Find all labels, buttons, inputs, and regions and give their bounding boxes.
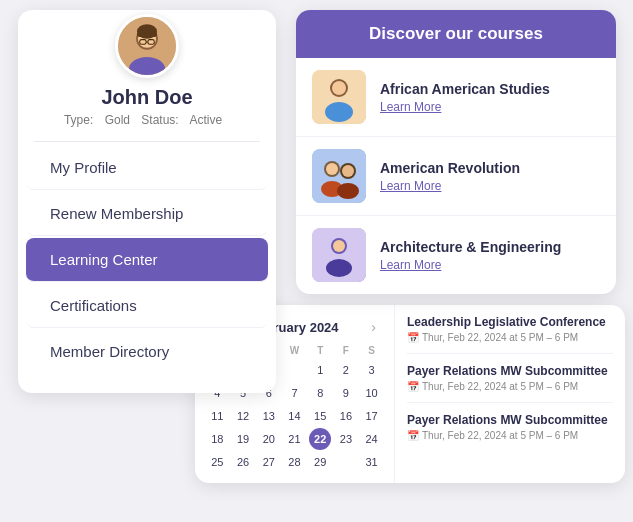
sidebar-item-my-profile[interactable]: My Profile xyxy=(26,146,268,190)
cal-day-name-t2: T xyxy=(308,343,333,358)
course-item-african-american-studies: African American Studies Learn More xyxy=(296,58,616,137)
calendar-next-button[interactable]: › xyxy=(367,319,380,335)
event-item-1: Leadership Legislative Conference 📅 Thur… xyxy=(407,315,613,354)
sidebar-item-member-directory[interactable]: Member Directory xyxy=(26,330,268,373)
cal-day-25[interactable]: 25 xyxy=(206,451,228,473)
cal-day-11[interactable]: 11 xyxy=(206,405,228,427)
courses-header: Discover our courses xyxy=(296,10,616,58)
svg-rect-5 xyxy=(137,32,157,37)
svg-point-23 xyxy=(326,259,352,277)
course-thumb-architecture-engineering xyxy=(312,228,366,282)
cal-day-2[interactable]: 2 xyxy=(335,359,357,381)
courses-card: Discover our courses African American St… xyxy=(296,10,616,294)
cal-day-22[interactable]: 22 xyxy=(309,428,331,450)
svg-point-22 xyxy=(333,240,345,252)
event-time-3: 📅 Thur, Feb 22, 2024 at 5 PM – 6 PM xyxy=(407,430,613,441)
cal-day-12[interactable]: 12 xyxy=(232,405,254,427)
sidebar-item-learning-center[interactable]: Learning Center xyxy=(26,238,268,282)
cal-day-17[interactable]: 17 xyxy=(361,405,383,427)
course-thumb-african-american-studies xyxy=(312,70,366,124)
svg-point-15 xyxy=(326,163,338,175)
cal-day-8[interactable]: 8 xyxy=(309,382,331,404)
cal-day-23[interactable]: 23 xyxy=(335,428,357,450)
event-item-2: Payer Relations MW Subcommittee 📅 Thur, … xyxy=(407,364,613,403)
cal-day-10[interactable]: 10 xyxy=(361,382,383,404)
course-thumb-american-revolution xyxy=(312,149,366,203)
course-item-architecture-engineering: Architecture & Engineering Learn More xyxy=(296,216,616,294)
cal-day-27[interactable]: 27 xyxy=(258,451,280,473)
cal-day-name-w: W xyxy=(282,343,307,358)
cal-day-1[interactable]: 1 xyxy=(309,359,331,381)
course-title-african-american-studies: African American Studies xyxy=(380,81,600,97)
calendar-icon-3: 📅 xyxy=(407,430,419,441)
calendar-icon-2: 📅 xyxy=(407,381,419,392)
user-name: John Doe xyxy=(18,86,276,109)
course-title-architecture-engineering: Architecture & Engineering xyxy=(380,239,600,255)
cal-day-empty-5 xyxy=(335,451,357,473)
events-section: Leadership Legislative Conference 📅 Thur… xyxy=(395,305,625,483)
calendar-icon-1: 📅 xyxy=(407,332,419,343)
cal-day-15[interactable]: 15 xyxy=(309,405,331,427)
event-title-2: Payer Relations MW Subcommittee xyxy=(407,364,613,378)
cal-day-20[interactable]: 20 xyxy=(258,428,280,450)
sidebar-nav: My Profile Renew Membership Learning Cen… xyxy=(18,146,276,373)
course-link-architecture-engineering[interactable]: Learn More xyxy=(380,258,600,272)
sidebar-item-certifications[interactable]: Certifications xyxy=(26,284,268,328)
user-status-label: Status: xyxy=(141,113,178,127)
user-status-value: Active xyxy=(189,113,222,127)
cal-day-name-f: F xyxy=(334,343,359,358)
user-meta: Type: Gold Status: Active xyxy=(18,113,276,127)
cal-day-21[interactable]: 21 xyxy=(283,428,305,450)
cal-day-28[interactable]: 28 xyxy=(283,451,305,473)
cal-day-18[interactable]: 18 xyxy=(206,428,228,450)
event-item-3: Payer Relations MW Subcommittee 📅 Thur, … xyxy=(407,413,613,451)
svg-point-12 xyxy=(325,102,353,122)
event-time-1: 📅 Thur, Feb 22, 2024 at 5 PM – 6 PM xyxy=(407,332,613,343)
course-info-african-american-studies: African American Studies Learn More xyxy=(380,81,600,114)
avatar xyxy=(115,14,179,78)
sidebar-divider xyxy=(34,141,260,142)
cal-day-3[interactable]: 3 xyxy=(361,359,383,381)
svg-point-17 xyxy=(342,165,354,177)
event-time-2: 📅 Thur, Feb 22, 2024 at 5 PM – 6 PM xyxy=(407,381,613,392)
user-type-value: Gold xyxy=(105,113,130,127)
svg-point-19 xyxy=(337,183,359,199)
cal-day-29[interactable]: 29 xyxy=(309,451,331,473)
cal-day-31[interactable]: 31 xyxy=(361,451,383,473)
cal-day-26[interactable]: 26 xyxy=(232,451,254,473)
event-title-3: Payer Relations MW Subcommittee xyxy=(407,413,613,427)
cal-day-19[interactable]: 19 xyxy=(232,428,254,450)
sidebar-item-renew-membership[interactable]: Renew Membership xyxy=(26,192,268,236)
cal-day-7[interactable]: 7 xyxy=(283,382,305,404)
course-link-american-revolution[interactable]: Learn More xyxy=(380,179,600,193)
cal-day-14[interactable]: 14 xyxy=(283,405,305,427)
course-info-architecture-engineering: Architecture & Engineering Learn More xyxy=(380,239,600,272)
cal-day-9[interactable]: 9 xyxy=(335,382,357,404)
cal-day-empty-4 xyxy=(283,359,305,381)
course-link-african-american-studies[interactable]: Learn More xyxy=(380,100,600,114)
cal-day-16[interactable]: 16 xyxy=(335,405,357,427)
user-type-label: Type: xyxy=(64,113,93,127)
sidebar: John Doe Type: Gold Status: Active My Pr… xyxy=(18,10,276,393)
cal-day-24[interactable]: 24 xyxy=(361,428,383,450)
cal-day-name-s2: S xyxy=(359,343,384,358)
course-title-american-revolution: American Revolution xyxy=(380,160,600,176)
cal-day-13[interactable]: 13 xyxy=(258,405,280,427)
svg-point-11 xyxy=(332,81,346,95)
course-item-american-revolution: American Revolution Learn More xyxy=(296,137,616,216)
course-info-american-revolution: American Revolution Learn More xyxy=(380,160,600,193)
event-title-1: Leadership Legislative Conference xyxy=(407,315,613,329)
